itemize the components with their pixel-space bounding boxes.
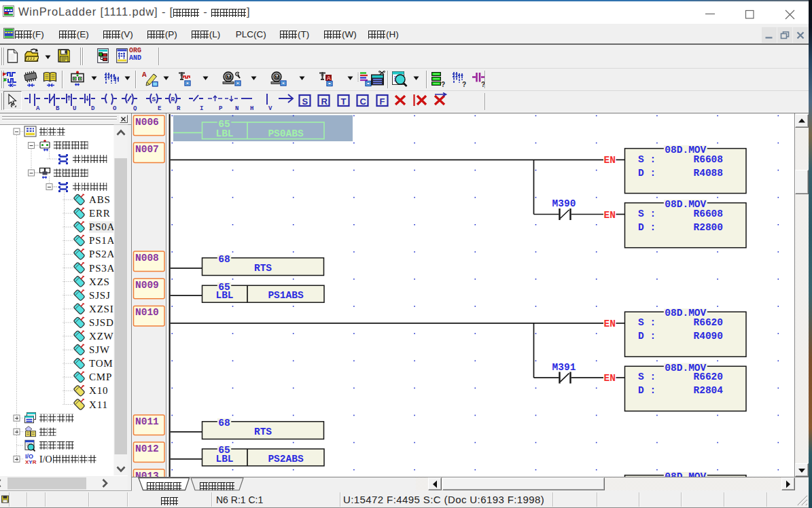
svg-text:SJSJ: SJSJ xyxy=(89,290,111,301)
svg-text:R: R xyxy=(171,96,175,103)
svg-text:EN: EN xyxy=(604,319,616,329)
svg-text:I/O: I/O xyxy=(39,454,52,465)
svg-text:M391: M391 xyxy=(552,362,576,373)
svg-text:CMP: CMP xyxy=(89,371,112,382)
svg-text:N011: N011 xyxy=(135,416,159,427)
svg-text:R2800: R2800 xyxy=(693,222,723,233)
svg-text:N012: N012 xyxy=(135,443,159,454)
svg-text:N006: N006 xyxy=(135,117,159,128)
svg-text:D: D xyxy=(91,105,95,111)
svg-text:Q: Q xyxy=(133,105,137,111)
svg-text:TOM: TOM xyxy=(89,358,113,369)
svg-text:S :: S : xyxy=(638,154,656,165)
svg-text:EN: EN xyxy=(604,155,616,166)
svg-text:XZSI: XZSI xyxy=(89,304,114,314)
svg-text:A: A xyxy=(327,75,332,81)
svg-text:R2804: R2804 xyxy=(693,385,723,396)
svg-text:?: ? xyxy=(462,81,466,87)
svg-text:XZW: XZW xyxy=(89,331,114,342)
svg-text:E: E xyxy=(158,105,162,111)
svg-text:U: U xyxy=(73,105,76,111)
svg-text:R6608: R6608 xyxy=(693,154,723,165)
svg-text:C: C xyxy=(360,96,367,107)
svg-text:RTS: RTS xyxy=(254,263,272,274)
svg-text:R6608: R6608 xyxy=(693,208,723,219)
svg-text:PS0ABS: PS0ABS xyxy=(268,128,304,139)
svg-text:R4090: R4090 xyxy=(693,331,723,342)
svg-text:EN: EN xyxy=(604,210,616,221)
svg-text:ABS: ABS xyxy=(89,194,111,205)
svg-text:ERR: ERR xyxy=(89,208,111,219)
svg-text:EN: EN xyxy=(604,373,616,384)
svg-text:PS2ABS: PS2ABS xyxy=(268,454,304,465)
svg-text:D :: D : xyxy=(638,222,656,233)
svg-text:H: H xyxy=(250,105,253,111)
svg-text:X10: X10 xyxy=(89,385,108,396)
svg-text:SJW: SJW xyxy=(89,344,110,355)
svg-text:S :: S : xyxy=(638,371,656,382)
svg-text:R6620: R6620 xyxy=(693,371,723,382)
svg-text:S: S xyxy=(302,96,308,107)
svg-text:I: I xyxy=(200,105,203,111)
svg-text:N007: N007 xyxy=(135,144,159,155)
svg-text:R: R xyxy=(177,105,181,111)
svg-text:R6620: R6620 xyxy=(693,317,723,328)
svg-text:?: ? xyxy=(441,81,445,87)
svg-text:D :: D : xyxy=(638,385,656,396)
svg-text:F: F xyxy=(379,96,385,107)
svg-text:I/O: I/O xyxy=(25,453,33,460)
svg-text:R4088: R4088 xyxy=(693,168,723,179)
svg-text:D :: D : xyxy=(638,331,656,342)
svg-text:S :: S : xyxy=(638,208,656,219)
svg-text:PS1A: PS1A xyxy=(89,235,115,246)
svg-text:PS0A: PS0A xyxy=(89,221,115,232)
svg-text:N009: N009 xyxy=(135,280,159,291)
svg-text:V: V xyxy=(268,105,272,111)
svg-text:O: O xyxy=(113,105,117,111)
svg-text:LBL: LBL xyxy=(215,290,233,301)
svg-text:XZS: XZS xyxy=(89,276,110,287)
svg-text:A: A xyxy=(142,71,147,79)
svg-text:LBL: LBL xyxy=(215,454,233,465)
svg-text:SJSD: SJSD xyxy=(89,317,114,328)
svg-text:PS1ABS: PS1ABS xyxy=(268,290,304,301)
svg-text:N008: N008 xyxy=(135,253,159,264)
svg-text:68: 68 xyxy=(218,254,230,265)
svg-text:M: M xyxy=(275,74,280,81)
svg-text:PS2A: PS2A xyxy=(89,249,115,259)
svg-text:LBL: LBL xyxy=(215,128,233,139)
svg-text:S: S xyxy=(152,96,156,103)
svg-text:XYR: XYR xyxy=(25,459,37,465)
svg-text:A: A xyxy=(36,105,40,111)
svg-text:X11: X11 xyxy=(89,399,108,410)
svg-text:N010: N010 xyxy=(135,307,159,318)
svg-text:RTS: RTS xyxy=(254,427,272,437)
svg-text:T: T xyxy=(341,96,347,107)
svg-text:S :: S : xyxy=(638,317,656,328)
svg-text:M: M xyxy=(226,74,232,81)
svg-text:R: R xyxy=(321,96,328,107)
svg-text:D :: D : xyxy=(638,168,656,179)
svg-text:68: 68 xyxy=(218,418,230,429)
svg-text:M390: M390 xyxy=(552,198,576,209)
svg-text:B: B xyxy=(56,105,60,111)
svg-text:PS3A: PS3A xyxy=(89,263,115,274)
